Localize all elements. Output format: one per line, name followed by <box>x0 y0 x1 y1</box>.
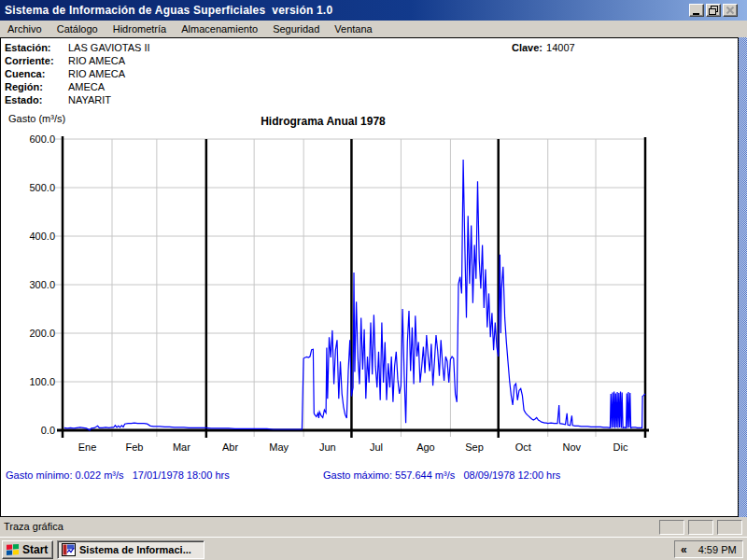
station-row-cuenca: Cuenca: RIO AMECA <box>5 67 150 80</box>
field-value: AMECA <box>68 80 105 93</box>
field-label: Cuenca: <box>5 67 68 80</box>
svg-text:Sep: Sep <box>465 441 484 453</box>
system-tray: « 4:59 PM <box>674 540 743 558</box>
svg-text:0.0: 0.0 <box>41 425 55 436</box>
field-value: NAYARIT <box>68 93 111 106</box>
window-title: Sistema de Información de Aguas Superfic… <box>5 4 332 17</box>
app-icon <box>62 543 76 556</box>
svg-text:Ene: Ene <box>78 441 97 453</box>
svg-text:Mar: Mar <box>173 441 190 453</box>
hydrograph-chart: 0.0100.0200.0300.0400.0500.0600.0EneFebM… <box>1 132 740 468</box>
station-row-estado: Estado: NAYARIT <box>5 93 150 106</box>
status-text: Traza gráfica <box>4 521 63 532</box>
menu-almacenamiento[interactable]: Almacenamiento <box>174 21 265 37</box>
station-clave: Clave:14007 <box>512 41 575 54</box>
restore-button[interactable] <box>706 4 721 17</box>
taskbar: Start Sistema de Informaci... « 4:59 PM <box>0 537 747 560</box>
window-edge-dither <box>739 37 747 517</box>
menu-bar: Archivo Catálogo Hidrometría Almacenamie… <box>0 21 747 37</box>
svg-text:100.0: 100.0 <box>29 376 55 387</box>
taskbar-item-active[interactable]: Sistema de Informaci... <box>57 540 204 559</box>
svg-text:Oct: Oct <box>515 441 531 453</box>
screen: Sistema de Información de Aguas Superfic… <box>0 0 747 560</box>
gasto-minimo-note: Gasto mínimo: 0.022 m³/s 17/01/1978 18:0… <box>6 469 230 481</box>
svg-text:600.0: 600.0 <box>29 133 55 145</box>
status-bar: Traza gráfica <box>0 517 747 537</box>
clave-label: Clave: <box>512 42 543 53</box>
menu-hidrometria[interactable]: Hidrometría <box>106 21 174 37</box>
client-area: Estación: LAS GAVIOTAS II Corriente: RIO… <box>0 37 739 517</box>
tray-chevron-icon[interactable]: « <box>681 543 687 556</box>
svg-text:Ago: Ago <box>416 441 435 453</box>
station-row-region: Región: AMECA <box>5 80 150 93</box>
gasto-maximo-note: Gasto máximo: 557.644 m³/s 08/09/1978 12… <box>323 469 560 481</box>
svg-text:Abr: Abr <box>222 441 238 453</box>
statusbar-pane <box>717 520 742 535</box>
start-label: Start <box>22 543 48 556</box>
close-icon <box>725 5 736 16</box>
menu-ventana[interactable]: Ventana <box>327 21 379 37</box>
svg-text:500.0: 500.0 <box>29 182 55 193</box>
menu-catalogo[interactable]: Catálogo <box>49 21 106 37</box>
field-label: Estado: <box>5 93 68 106</box>
minimize-button[interactable] <box>689 4 704 17</box>
minimize-icon <box>691 5 702 16</box>
field-label: Región: <box>5 80 68 93</box>
svg-text:Nov: Nov <box>563 441 582 453</box>
start-button[interactable]: Start <box>2 540 53 559</box>
statusbar-pane <box>659 520 684 535</box>
field-label: Corriente: <box>5 54 68 67</box>
svg-text:400.0: 400.0 <box>29 231 55 242</box>
clave-value: 14007 <box>546 42 575 53</box>
svg-text:Jun: Jun <box>319 441 336 453</box>
station-info: Estación: LAS GAVIOTAS II Corriente: RIO… <box>5 41 150 106</box>
start-flag-icon <box>6 543 20 556</box>
menu-archivo[interactable]: Archivo <box>0 21 49 37</box>
station-row-estacion: Estación: LAS GAVIOTAS II <box>5 41 150 54</box>
task-label: Sistema de Informaci... <box>79 544 191 555</box>
menu-seguridad[interactable]: Seguridad <box>265 21 327 37</box>
close-button[interactable] <box>723 4 738 17</box>
window-controls <box>689 4 738 17</box>
chart-title: Hidrograma Anual 1978 <box>211 115 435 128</box>
svg-text:200.0: 200.0 <box>29 328 55 339</box>
field-value: RIO AMECA <box>68 54 125 67</box>
chart-y-axis-label: Gasto (m³/s) <box>8 113 65 124</box>
field-value: RIO AMECA <box>68 67 125 80</box>
restore-icon <box>708 5 719 16</box>
statusbar-pane <box>688 520 713 535</box>
tray-clock[interactable]: 4:59 PM <box>698 544 737 555</box>
svg-text:Jul: Jul <box>370 441 383 453</box>
field-value: LAS GAVIOTAS II <box>68 41 150 54</box>
station-row-corriente: Corriente: RIO AMECA <box>5 54 150 67</box>
svg-text:Feb: Feb <box>125 441 143 453</box>
field-label: Estación: <box>5 41 68 54</box>
svg-text:May: May <box>269 441 289 453</box>
svg-text:Dic: Dic <box>613 441 628 453</box>
svg-text:300.0: 300.0 <box>29 279 55 290</box>
title-bar: Sistema de Información de Aguas Superfic… <box>0 0 747 21</box>
